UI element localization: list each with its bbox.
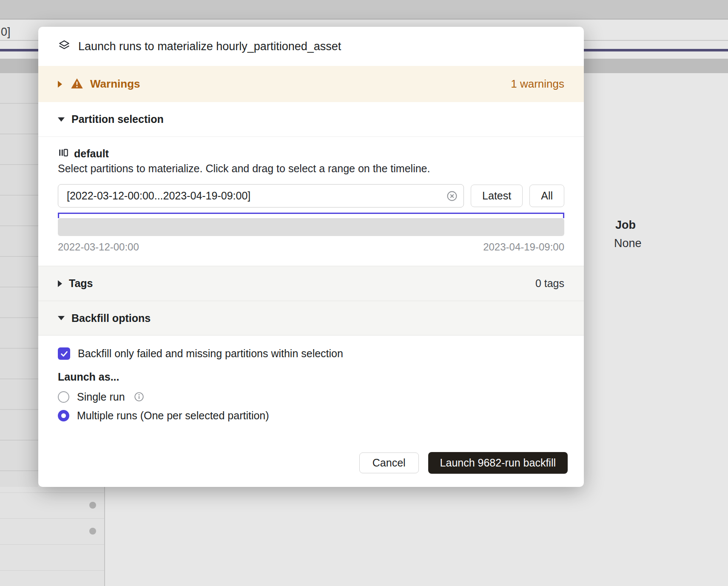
- chevron-down-icon: [58, 316, 65, 320]
- backfill-options-label: Backfill options: [71, 312, 151, 324]
- launch-backfill-dialog: Launch runs to materialize hourly_partit…: [38, 27, 584, 487]
- backfill-checkbox-label: Backfill only failed and missing partiti…: [78, 347, 343, 360]
- dialog-title: Launch runs to materialize hourly_partit…: [78, 40, 341, 53]
- partition-selection-description: Select partitions to materialize. Click …: [58, 162, 564, 175]
- warnings-label: Warnings: [90, 77, 140, 91]
- cancel-button[interactable]: Cancel: [359, 452, 419, 473]
- tags-label: Tags: [69, 277, 93, 290]
- partition-selection-body: default Select partitions to materialize…: [38, 137, 584, 266]
- backfill-options-section-header[interactable]: Backfill options: [38, 301, 584, 336]
- info-icon[interactable]: [134, 391, 145, 402]
- partition-range-input-wrap: [58, 184, 464, 208]
- single-run-label: Single run: [77, 391, 125, 403]
- timeline-start-tick: [58, 213, 59, 218]
- materialize-layers-icon: [58, 39, 71, 54]
- timeline-end-tick: [563, 213, 564, 218]
- timeline-track[interactable]: [58, 218, 564, 236]
- timeline-labels: 2022-03-12-00:00 2023-04-19-09:00: [58, 241, 564, 253]
- chevron-right-icon: [58, 280, 62, 287]
- launch-as-label: Launch as...: [58, 371, 564, 383]
- dimension-name: default: [74, 148, 109, 160]
- partition-selection-section-header[interactable]: Partition selection: [38, 102, 584, 137]
- chevron-right-icon: [58, 81, 62, 88]
- warnings-count: 1 warnings: [511, 77, 564, 91]
- partitions-icon: [58, 147, 69, 160]
- partition-range-input[interactable]: [58, 184, 464, 208]
- all-button[interactable]: All: [529, 185, 564, 207]
- dialog-header: Launch runs to materialize hourly_partit…: [38, 27, 584, 66]
- multiple-runs-radio-row[interactable]: Multiple runs (One per selected partitio…: [58, 406, 564, 425]
- single-run-radio-row[interactable]: Single run: [58, 387, 564, 406]
- partition-selection-label: Partition selection: [71, 113, 164, 125]
- tags-count: 0 tags: [535, 277, 564, 290]
- timeline-selection-line: [58, 213, 564, 214]
- backfill-failed-missing-checkbox-row[interactable]: Backfill only failed and missing partiti…: [58, 347, 564, 360]
- multiple-runs-radio[interactable]: [58, 410, 69, 421]
- partition-timeline: 2022-03-12-00:00 2023-04-19-09:00: [58, 213, 564, 253]
- chevron-down-icon: [58, 117, 65, 122]
- multiple-runs-label: Multiple runs (One per selected partitio…: [77, 410, 269, 422]
- launch-backfill-button[interactable]: Launch 9682-run backfill: [428, 452, 568, 474]
- checked-checkbox-icon[interactable]: [58, 347, 70, 360]
- clear-input-icon[interactable]: [446, 190, 458, 202]
- timeline-range-end: 2023-04-19-09:00: [483, 241, 564, 253]
- dialog-footer: Cancel Launch 9682-run backfill: [38, 452, 584, 487]
- backfill-options-body: Backfill only failed and missing partiti…: [38, 336, 584, 432]
- dimension-row: default: [58, 147, 564, 160]
- warning-triangle-icon: [71, 77, 83, 91]
- timeline-range-start: 2022-03-12-00:00: [58, 241, 139, 253]
- tags-section-header[interactable]: Tags 0 tags: [38, 266, 584, 301]
- partition-input-row: Latest All: [58, 184, 564, 208]
- warnings-section-header[interactable]: Warnings 1 warnings: [38, 66, 584, 102]
- latest-button[interactable]: Latest: [471, 185, 523, 207]
- single-run-radio[interactable]: [58, 391, 69, 403]
